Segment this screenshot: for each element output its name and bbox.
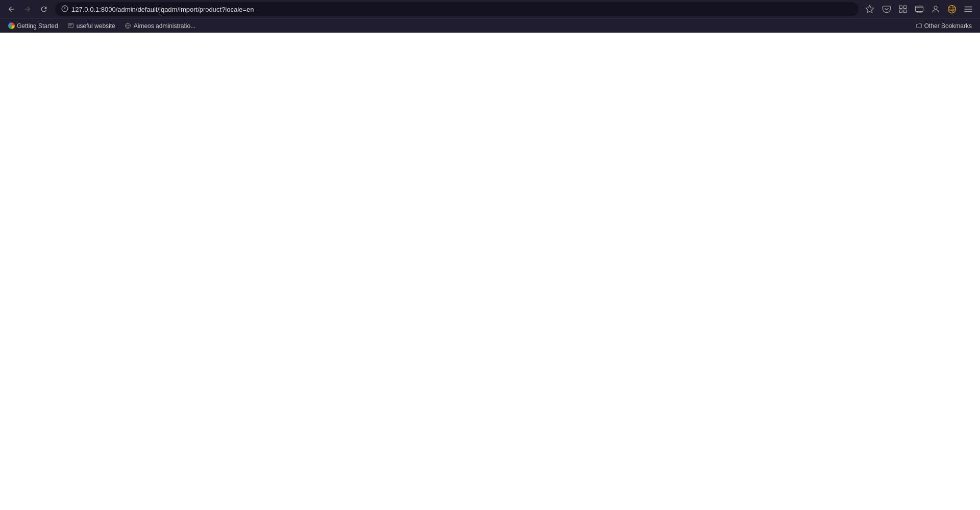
other-bookmarks-label: Other Bookmarks: [924, 22, 972, 30]
pocket-icon: [882, 5, 891, 14]
back-icon: [7, 5, 15, 13]
bookmark-aimeos-label: Aimeos administratio...: [134, 22, 195, 30]
useful-website-favicon: [67, 22, 75, 30]
svg-rect-3: [899, 10, 902, 13]
getting-started-favicon: [8, 22, 15, 29]
bookmark-getting-started[interactable]: Getting Started: [4, 21, 62, 31]
aimeos-favicon: [125, 22, 132, 30]
collections-button[interactable]: [895, 2, 911, 17]
address-bar-container[interactable]: [55, 2, 859, 16]
svg-rect-4: [904, 10, 906, 13]
refresh-button[interactable]: [37, 2, 51, 16]
address-input[interactable]: [71, 6, 852, 13]
svg-rect-1: [899, 6, 902, 8]
toolbar-right: [879, 2, 976, 17]
forward-button[interactable]: [20, 2, 35, 16]
firefox-icon: [947, 4, 957, 14]
other-bookmarks[interactable]: Other Bookmarks: [912, 21, 976, 31]
svg-rect-8: [68, 23, 74, 28]
bookmark-useful-website-label: useful website: [77, 22, 115, 30]
svg-point-6: [934, 6, 937, 9]
svg-rect-2: [904, 6, 906, 8]
history-icon: [898, 5, 908, 14]
refresh-icon: [40, 5, 48, 13]
bookmark-star-button[interactable]: [863, 2, 877, 16]
star-icon: [865, 5, 874, 14]
profile-icon: [931, 5, 940, 14]
forward-icon: [23, 5, 32, 13]
address-info-icon: [61, 5, 68, 14]
folder-icon: [916, 22, 922, 29]
menu-button[interactable]: [961, 2, 976, 17]
pocket-button[interactable]: [879, 2, 894, 17]
bookmark-useful-website[interactable]: useful website: [63, 21, 119, 31]
bookmarks-bar: Getting Started useful website Aimeos ad…: [0, 18, 980, 33]
back-button[interactable]: [4, 2, 18, 16]
extensions-button[interactable]: [944, 2, 960, 17]
synced-tabs-icon: [915, 5, 924, 14]
synced-tabs-button[interactable]: [912, 2, 927, 17]
nav-bar: [0, 0, 980, 18]
bookmark-aimeos-admin[interactable]: Aimeos administratio...: [120, 21, 200, 31]
page-content: [0, 33, 980, 510]
svg-rect-5: [916, 6, 923, 12]
profile-button[interactable]: [928, 2, 943, 17]
menu-icon: [964, 5, 973, 14]
browser-chrome: Getting Started useful website Aimeos ad…: [0, 0, 980, 33]
bookmark-getting-started-label: Getting Started: [17, 22, 58, 30]
